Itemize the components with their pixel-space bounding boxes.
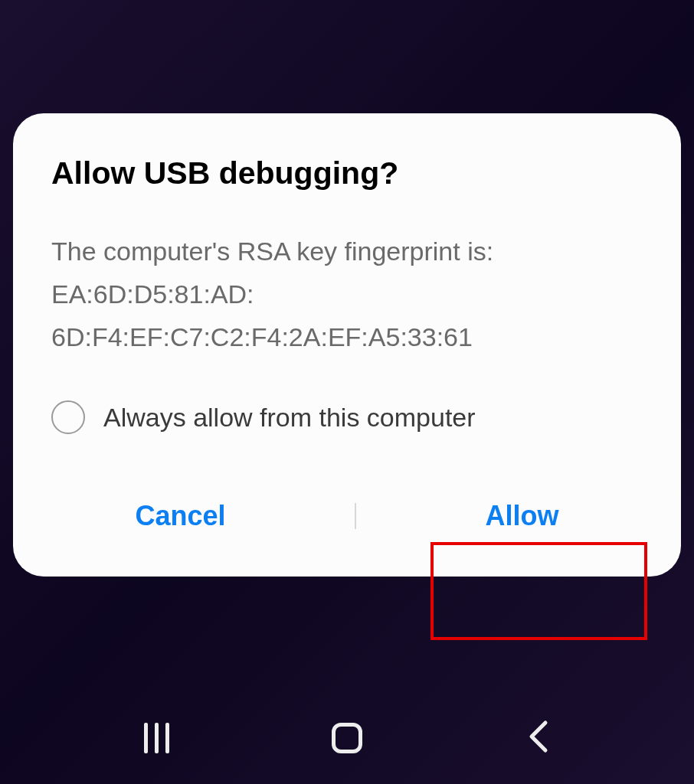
home-button[interactable] xyxy=(316,719,378,757)
radio-unchecked-icon xyxy=(51,400,85,434)
dialog-message: The computer's RSA key fingerprint is: E… xyxy=(51,230,643,358)
navigation-bar xyxy=(0,719,694,757)
allow-button[interactable]: Allow xyxy=(447,486,597,546)
always-allow-checkbox[interactable]: Always allow from this computer xyxy=(51,400,643,434)
button-divider xyxy=(355,503,356,529)
cancel-button[interactable]: Cancel xyxy=(97,486,264,546)
usb-debugging-dialog: Allow USB debugging? The computer's RSA … xyxy=(13,113,681,577)
dialog-title: Allow USB debugging? xyxy=(51,155,643,191)
home-icon xyxy=(332,723,362,753)
back-icon xyxy=(527,720,548,756)
recents-icon xyxy=(144,723,169,753)
dialog-button-row: Cancel Allow xyxy=(51,486,643,546)
back-button[interactable] xyxy=(507,719,568,757)
checkbox-label: Always allow from this computer xyxy=(103,403,476,433)
recents-button[interactable] xyxy=(126,719,187,757)
